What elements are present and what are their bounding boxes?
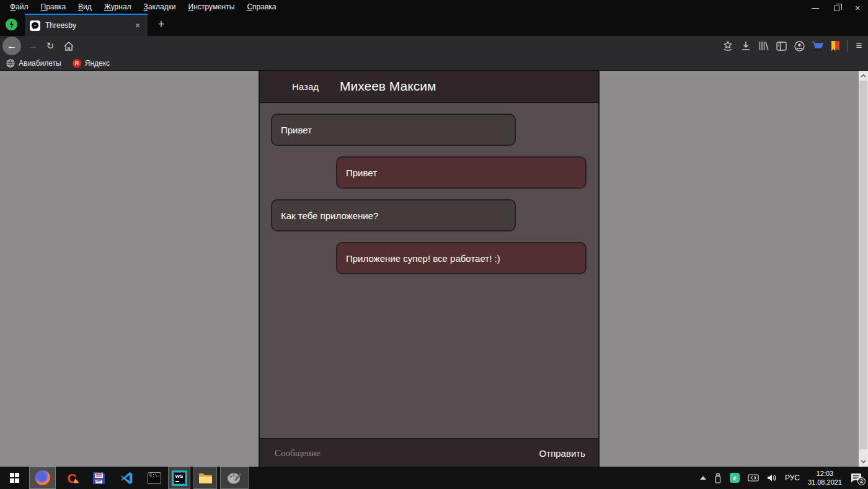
scroll-down-button[interactable] (859, 457, 868, 467)
menu-history[interactable]: Журнал (98, 0, 138, 14)
yandex-favicon-icon: Я (73, 59, 81, 68)
tab-close-icon[interactable]: × (133, 20, 143, 31)
tab-title: Threesby (45, 21, 133, 30)
refresh-icon: ↻ (46, 40, 55, 52)
send-button[interactable]: Отправить (539, 448, 585, 459)
refresh-button[interactable]: ↻ (41, 37, 60, 55)
flag-bookmark-extension-icon[interactable] (826, 37, 844, 55)
chat-title: Михеев Максим (340, 71, 436, 102)
scrollbar-thumb[interactable] (859, 81, 867, 449)
command-prompt-icon: C:\_ (148, 472, 161, 484)
toolbar-icons: ≡ (719, 37, 868, 55)
windows-taskbar: C C:\_ WS e (0, 467, 868, 489)
paint-palette-icon (227, 472, 242, 485)
eset-antivirus-icon[interactable]: e (730, 473, 740, 483)
browser-menu-bar: Файл Правка Вид Журнал Закладки Инструме… (0, 0, 868, 14)
chat-message-outgoing: Приложение супер! все работает! :) (336, 242, 587, 274)
minimize-icon (812, 8, 819, 9)
action-center-button[interactable]: 2 (850, 473, 862, 483)
whats-new-star-icon[interactable] (719, 37, 737, 55)
menu-bookmarks[interactable]: Закладки (138, 0, 182, 14)
minimize-button[interactable] (805, 0, 826, 16)
back-arrow-icon: ← (7, 40, 17, 52)
tray-expand-button[interactable] (700, 476, 706, 480)
taskbar-firefox-button[interactable] (29, 467, 56, 489)
restore-icon (834, 6, 839, 11)
bookmark-yandex[interactable]: Я Яндекс (73, 59, 110, 68)
back-button[interactable]: ← (2, 37, 21, 55)
vscode-icon (120, 472, 133, 485)
clock-time: 12:03 (817, 470, 834, 477)
library-icon[interactable] (755, 37, 773, 55)
file-explorer-folder-icon (198, 472, 213, 484)
close-icon: × (855, 4, 860, 12)
taskbar-cmd-button[interactable]: C:\_ (143, 467, 166, 489)
chevron-up-icon (861, 74, 866, 78)
bookmarks-bar: Авиабилеты Я Яндекс (0, 56, 868, 71)
window-controls: × (805, 0, 868, 16)
bookmark-label: Авиабилеты (19, 59, 61, 68)
navigation-toolbar: ← → ↻ i localhost:3000/dialogs/dialog-24… (0, 36, 868, 56)
chat-back-button[interactable]: Назад (292, 71, 319, 102)
taskbar-paint-button[interactable] (220, 467, 249, 489)
menu-view[interactable]: Вид (72, 0, 98, 14)
clock[interactable]: 12:03 31.08.2021 (808, 469, 842, 487)
forward-button[interactable]: → (24, 37, 42, 55)
bookmark-label: Яндекс (85, 59, 110, 68)
clock-date: 31.08.2021 (808, 478, 842, 486)
taskbar-floppy-app-button[interactable] (87, 467, 110, 489)
floppy-disk-icon (92, 472, 105, 485)
tab-bar: Threesby × + (0, 14, 868, 36)
message-input[interactable]: Сообщение (275, 448, 321, 459)
webstorm-icon: WS (173, 472, 186, 485)
home-icon (64, 42, 74, 51)
shopping-cart-extension-icon[interactable] (808, 37, 826, 55)
scroll-up-button[interactable] (859, 71, 868, 81)
taskbar-explorer-button[interactable] (193, 467, 217, 489)
desktop-screen: Файл Правка Вид Журнал Закладки Инструме… (0, 0, 868, 489)
green-extension-icon[interactable] (6, 19, 17, 30)
chat-message-incoming: Как тебе приложение? (271, 199, 516, 231)
chat-message-list: Привет Привет Как тебе приложение? Прило… (260, 103, 598, 438)
chevron-down-icon (861, 460, 866, 464)
chat-window: Назад Михеев Максим Привет Привет Как те… (259, 71, 600, 467)
globe-icon (6, 59, 15, 68)
sidebar-icon[interactable] (773, 37, 790, 55)
menu-tools[interactable]: Инструменты (182, 0, 241, 14)
tab-threesby[interactable]: Threesby × (25, 14, 148, 36)
restore-button[interactable] (826, 0, 847, 16)
menu-file[interactable]: Файл (4, 0, 35, 14)
forward-arrow-icon: → (28, 40, 38, 52)
close-button[interactable]: × (847, 0, 868, 16)
menu-hamburger-icon[interactable]: ≡ (850, 37, 868, 55)
taskbar-webstorm-button[interactable]: WS (168, 467, 190, 489)
notification-count-badge: 2 (857, 477, 866, 485)
firefox-icon (35, 470, 50, 485)
account-icon[interactable] (790, 37, 808, 55)
menu-help[interactable]: Справка (241, 0, 282, 14)
usb-device-icon[interactable] (714, 473, 722, 483)
home-button[interactable] (60, 37, 78, 55)
chat-composer: Сообщение Отправить (260, 438, 598, 467)
windows-logo-icon (10, 473, 20, 483)
webstorm-label: WS (175, 473, 184, 479)
bookmark-aviabilety[interactable]: Авиабилеты (6, 59, 61, 68)
start-button[interactable] (0, 467, 29, 489)
taskbar-vscode-button[interactable] (115, 467, 138, 489)
page-scrollbar[interactable] (859, 71, 868, 467)
chat-message-incoming: Привет (271, 114, 516, 146)
toolbar-divider (847, 40, 848, 52)
volume-icon[interactable] (767, 473, 777, 482)
chevron-up-icon (700, 476, 706, 480)
messenger-favicon-icon (30, 20, 40, 31)
downloads-icon[interactable] (737, 37, 755, 55)
hamburger-glyph: ≡ (856, 40, 862, 52)
taskbar-ccleaner-button[interactable]: C (61, 467, 83, 489)
new-tab-button[interactable]: + (154, 18, 169, 30)
menu-edit[interactable]: Правка (35, 0, 73, 14)
ccleaner-icon: C (67, 472, 76, 485)
browser-viewport: Назад Михеев Максим Привет Привет Как те… (0, 71, 868, 467)
input-indicator-icon[interactable] (748, 474, 759, 482)
chat-message-outgoing: Привет (336, 156, 587, 189)
language-indicator[interactable]: РУС (785, 473, 800, 482)
